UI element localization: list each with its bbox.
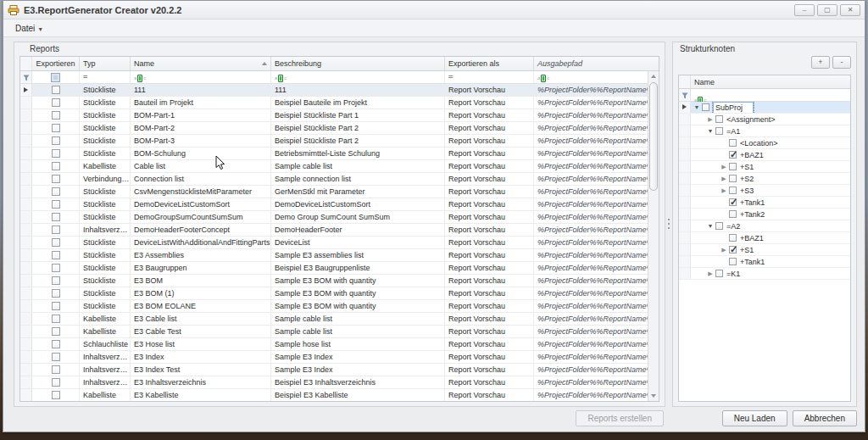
export-checkbox-cell[interactable] [32,173,80,185]
node-checkbox[interactable] [715,222,723,230]
reports-erstellen-button[interactable]: Reports erstellen [576,410,664,426]
table-row[interactable]: StücklisteE3 BOMSample E3 BOM with quant… [20,275,648,287]
column-header-beschreibung[interactable]: Beschreibung [271,57,445,70]
tree-node-row[interactable]: ▼SubProj [679,102,850,114]
tree-filter-cell-name[interactable]: ac [691,89,850,101]
table-row[interactable]: KabellisteCable listSample cable listRep… [20,160,648,173]
export-checkbox-cell[interactable] [32,148,80,159]
export-checkbox-cell[interactable] [32,326,80,337]
export-checkbox-cell[interactable] [32,97,80,109]
table-row[interactable]: StücklisteBOM-SchulungBetriebsmimttel-Li… [20,148,648,160]
export-checkbox-cell[interactable] [32,275,80,287]
filter-cell-typ[interactable]: = [80,71,131,83]
tree-node-row[interactable]: ▶+S1 [679,244,850,256]
expand-closed-icon[interactable]: ▶ [706,268,715,279]
table-row[interactable]: StücklisteBOM-Part-1Beispiel Stückliste … [20,109,648,122]
table-row[interactable]: StücklisteE3 AssembliesSample E3 assembl… [20,249,648,262]
tree-node-row[interactable]: ▶=K1 [679,268,850,280]
export-checkbox-cell[interactable] [32,135,80,147]
export-checkbox-cell[interactable] [32,389,80,401]
node-checkbox[interactable] [729,246,737,253]
node-checkbox[interactable] [715,127,723,135]
vertical-scrollbar[interactable] [648,71,659,401]
table-row[interactable]: KabellisteE3 KabellisteBeispiel E3 Kabel… [20,389,648,401]
tree-node-row[interactable]: ▶<Assignment> [679,114,850,125]
neu-laden-button[interactable]: Neu Laden [722,410,787,426]
node-label[interactable]: +S3 [740,186,754,196]
node-checkbox[interactable] [729,210,737,218]
node-label[interactable]: +Tank1 [740,198,765,208]
table-row[interactable]: SchlauchlisteE3 Hose listSample hose lis… [20,338,648,351]
export-checkbox-cell[interactable] [32,262,80,274]
tree-node-row[interactable]: <Location> [679,137,850,149]
table-row[interactable]: InhaltsverzeichnisE3 IndexSample E3 Inde… [20,351,648,364]
export-checkbox-cell[interactable] [32,224,80,236]
table-row[interactable]: StücklisteBOM-Part-3Beispiel Stückliste … [20,135,648,148]
filter-cell-beschreibung[interactable]: ac [271,71,445,83]
node-label[interactable]: SubProj [713,102,754,113]
expand-open-icon[interactable]: ▼ [706,220,715,231]
expand-closed-icon[interactable]: ▶ [720,161,728,172]
node-label[interactable]: +S1 [740,245,754,255]
column-header-exportieren-als[interactable]: Exportieren als [445,57,534,70]
export-checkbox-cell[interactable] [32,376,80,388]
export-checkbox-cell[interactable] [32,364,80,376]
table-row[interactable]: InhaltsverzeichnisE3 Index TestSample E3… [20,364,648,376]
node-checkbox[interactable] [729,163,737,170]
tree-node-row[interactable]: ▶+S3 [679,185,850,197]
node-checkbox[interactable] [729,175,737,182]
column-header-name[interactable]: Name [131,57,271,70]
node-label[interactable]: =A1 [726,126,740,136]
column-header-typ[interactable]: Typ [80,57,131,70]
menu-item-datei[interactable]: Datei▼ [10,22,48,35]
export-checkbox-cell[interactable] [32,237,80,248]
node-checkbox[interactable] [729,139,737,147]
scroll-track[interactable] [648,81,659,391]
tree-node-row[interactable]: +Tank1 [679,256,850,268]
export-checkbox-cell[interactable] [32,160,80,172]
table-row[interactable]: StücklisteE3 BOM (1)Sample E3 BOM with q… [20,287,648,300]
expand-open-icon[interactable]: ▼ [706,125,715,136]
table-row[interactable]: StücklisteBOM-Part-2Beispiel Stückliste … [20,122,648,135]
export-checkbox-cell[interactable] [32,122,80,134]
export-checkbox-cell[interactable] [32,198,80,210]
table-row[interactable]: StücklisteDeviceListWithAdditionalAndFit… [20,237,648,249]
export-checkbox-cell[interactable] [32,211,80,223]
scroll-up-icon[interactable] [648,71,659,81]
close-button[interactable]: ✕ [840,4,860,16]
node-checkbox[interactable] [702,103,709,111]
column-header-ausgabepfad[interactable]: Ausgabepfad [534,57,648,70]
node-checkbox[interactable] [715,270,723,277]
expand-closed-icon[interactable]: ▶ [720,173,728,184]
tree-column-header-name[interactable]: Name [691,75,850,88]
tree-node-row[interactable]: +Tank2 [679,209,850,220]
table-row[interactable]: Stückliste111111Report Vorschau%ProjectF… [20,84,648,97]
table-row[interactable]: StücklisteCsvMengenstücklisteMitParamete… [20,186,648,198]
node-checkbox[interactable] [729,258,737,265]
table-row[interactable]: StücklisteDemoDeviceListCustomSortDemoDe… [20,198,648,211]
tree-node-row[interactable]: +Tank1 [679,197,850,209]
node-label[interactable]: =K1 [726,269,740,279]
table-row[interactable]: KabellisteE3 Cable TestSample cable list… [20,326,648,338]
export-checkbox-cell[interactable] [32,338,80,350]
filter-cell-ausgabepfad[interactable]: ac [534,71,648,83]
node-label[interactable]: +Tank2 [740,209,765,220]
node-label[interactable]: =A2 [726,221,740,231]
node-label[interactable]: +S1 [740,162,754,172]
table-row[interactable]: InhaltsverzeichnisE3 InhaltsverzeichnisB… [20,376,648,389]
filter-cell-exportieren-als[interactable]: = [445,71,534,83]
node-label[interactable]: <Location> [740,138,778,148]
export-checkbox-cell[interactable] [32,351,80,363]
minimize-button[interactable]: – [794,4,815,16]
export-checkbox-cell[interactable] [32,313,80,325]
expand-closed-icon[interactable]: ▶ [720,244,728,255]
scroll-down-icon[interactable] [648,391,659,401]
tree-node-row[interactable]: +BAZ1 [679,149,850,161]
export-checkbox-cell[interactable] [32,109,80,121]
tree-node-row[interactable]: ▼=A1 [679,125,850,137]
table-row[interactable]: InhaltsverzeichnisDemoHeaderFooterConcep… [20,224,648,237]
expand-open-icon[interactable]: ▼ [693,102,701,113]
panel-splitter[interactable] [665,42,672,407]
tree-node-row[interactable]: ▶+S2 [679,173,850,185]
node-label[interactable]: +BAZ1 [740,233,764,243]
